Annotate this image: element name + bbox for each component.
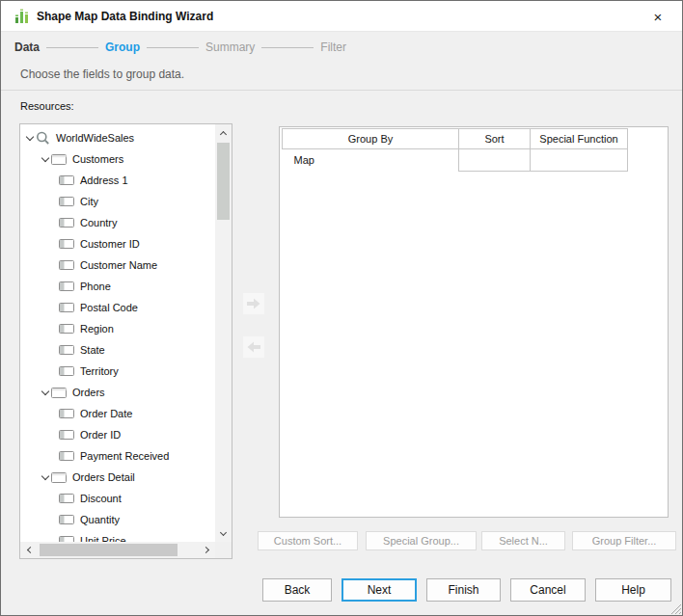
tree-item-phone[interactable]: Phone (21, 276, 215, 297)
tree-item-worldwidesales[interactable]: WorldWideSales (21, 127, 215, 148)
table-icon (51, 472, 67, 483)
column-header-sort: Sort (459, 129, 531, 149)
remove-field-button[interactable] (243, 336, 264, 358)
scroll-up-button[interactable] (215, 124, 232, 141)
finish-button[interactable]: Finish (426, 578, 501, 602)
custom-sort-button[interactable]: Custom Sort... (258, 531, 358, 550)
group-by-panel: Group BySortSpecial FunctionMap (279, 126, 669, 518)
tree-item-label: Order Date (80, 408, 132, 419)
help-button[interactable]: Help (595, 578, 671, 602)
step-filter[interactable]: Filter (320, 40, 346, 54)
chevron-down-icon (26, 132, 34, 140)
tree-item-quantity[interactable]: Quantity (21, 509, 215, 530)
tree-item-label: Discount (80, 493, 122, 504)
expander-chevron-icon[interactable] (40, 158, 51, 161)
tree-item-label: Phone (80, 281, 111, 292)
tree-item-state[interactable]: State (21, 339, 215, 361)
tree-item-orders-detail[interactable]: Orders Detail (21, 467, 215, 488)
tree-item-city[interactable]: City (21, 191, 215, 212)
next-button[interactable]: Next (342, 578, 417, 602)
horizontal-scroll-thumb[interactable] (40, 544, 178, 556)
tree-item-label: City (80, 196, 98, 207)
horizontal-scrollbar[interactable] (20, 542, 215, 558)
step-summary[interactable]: Summary (205, 40, 255, 54)
vertical-scrollbar[interactable] (215, 124, 232, 542)
field-icon (59, 366, 74, 376)
vertical-scroll-thumb[interactable] (217, 143, 230, 220)
chevron-down-icon (220, 529, 227, 536)
tree-item-label: Region (80, 323, 114, 335)
scroll-down-button[interactable] (215, 525, 232, 542)
tree-item-territory[interactable]: Territory (21, 361, 215, 382)
group-by-cell: Map (283, 149, 459, 172)
special-function-cell[interactable] (531, 149, 628, 172)
expander-chevron-icon[interactable] (40, 476, 51, 479)
field-icon (59, 430, 74, 440)
tree-item-unit-price[interactable]: Unit Price (21, 530, 215, 542)
tree-item-region[interactable]: Region (21, 318, 215, 339)
table-icon (51, 388, 67, 398)
tree-item-customers[interactable]: Customers (21, 148, 215, 170)
group-filter-button[interactable]: Group Filter... (572, 531, 676, 550)
tree-item-customer-name[interactable]: Customer Name (21, 254, 215, 276)
back-button[interactable]: Back (262, 578, 332, 602)
column-header-special-function: Special Function (531, 129, 628, 149)
query-datasource-icon (36, 131, 50, 146)
expander-chevron-icon[interactable] (40, 391, 51, 394)
tree-item-label: Quantity (80, 514, 120, 525)
step-connector (261, 47, 314, 48)
tree-item-label: Customer ID (80, 238, 140, 250)
tree-item-label: State (80, 344, 105, 356)
wizard-steps: DataGroupSummaryFilter (14, 38, 346, 57)
tree-item-order-date[interactable]: Order Date (21, 403, 215, 424)
group-row[interactable]: Map (283, 149, 628, 172)
tree-item-customer-id[interactable]: Customer ID (21, 233, 215, 254)
arrow-right-icon (247, 298, 260, 309)
scrollbar-corner (215, 542, 232, 558)
resize-grip-icon[interactable] (669, 602, 681, 614)
group-action-buttons: Custom Sort...Special Group...Select N..… (258, 531, 676, 550)
field-icon (59, 515, 74, 524)
close-icon[interactable]: × (647, 7, 669, 28)
cancel-button[interactable]: Cancel (510, 578, 586, 602)
tree-item-label: Territory (80, 365, 119, 377)
special-group-button[interactable]: Special Group... (366, 531, 477, 550)
chevron-down-icon (41, 471, 49, 479)
select-n-button[interactable]: Select N... (481, 531, 565, 550)
tree-item-label: WorldWideSales (56, 132, 134, 144)
arrow-left-icon (247, 341, 260, 353)
chevron-right-icon (203, 547, 209, 553)
sort-cell[interactable] (459, 149, 531, 172)
shape-map-data-binding-wizard-dialog: Shape Map Data Binding Wizard × DataGrou… (0, 0, 683, 616)
field-icon (59, 197, 74, 206)
tree-item-label: Customers (72, 153, 123, 165)
tree-item-payment-received[interactable]: Payment Received (21, 445, 215, 467)
expander-chevron-icon[interactable] (24, 137, 36, 140)
field-icon (59, 324, 74, 334)
scroll-left-button[interactable] (20, 542, 37, 558)
step-data[interactable]: Data (14, 40, 40, 54)
column-header-group-by: Group By (283, 129, 459, 149)
tree-item-address-1[interactable]: Address 1 (21, 170, 215, 191)
tree-item-order-id[interactable]: Order ID (21, 424, 215, 445)
step-group[interactable]: Group (105, 40, 140, 54)
chevron-down-icon (41, 387, 49, 394)
title-bar: Shape Map Data Binding Wizard × (1, 1, 682, 32)
tree-item-orders[interactable]: Orders (21, 382, 215, 403)
tree-item-country[interactable]: Country (21, 212, 215, 233)
tree-item-discount[interactable]: Discount (21, 488, 215, 509)
resources-tree-panel: WorldWideSalesCustomersAddress 1CityCoun… (19, 123, 232, 559)
tree-item-label: Payment Received (80, 450, 169, 462)
scroll-right-button[interactable] (199, 542, 215, 558)
field-icon (59, 409, 74, 418)
chevron-down-icon (41, 153, 49, 161)
chart-bars-icon (14, 9, 30, 24)
tree-item-label: Order ID (80, 429, 121, 441)
wizard-subtitle: Choose the fields to group data. (20, 67, 184, 81)
field-icon (59, 260, 74, 270)
step-connector (147, 47, 199, 48)
tree-item-postal-code[interactable]: Postal Code (21, 297, 215, 318)
tree-item-label: Country (80, 217, 118, 228)
add-field-button[interactable] (243, 293, 264, 314)
step-connector (46, 47, 98, 48)
